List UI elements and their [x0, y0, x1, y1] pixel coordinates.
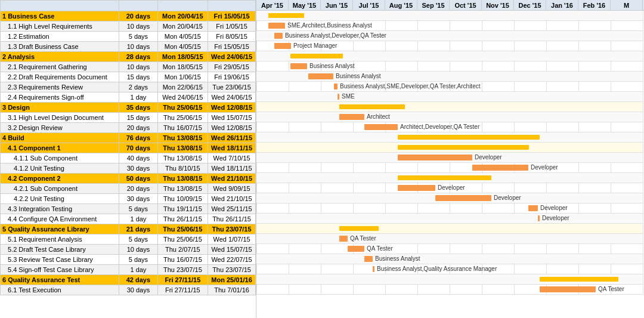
task-start: Thu 25/06/15 — [157, 234, 208, 245]
table-row: 1 Business Case 20 days Mon 20/04/15 Fri… — [1, 11, 256, 21]
bar-label: Developer — [531, 164, 558, 171]
task-name: 5 Quality Assurance Library — [1, 224, 119, 234]
task-duration: 10 days — [119, 42, 157, 52]
table-row: 4.2.2 Unit Testing 30 days Thu 10/09/15 … — [1, 194, 256, 204]
gantt-row — [256, 254, 643, 264]
time-col-header: Feb '16 — [578, 0, 611, 10]
task-name: 4.2.1 Sub Component — [1, 184, 119, 194]
task-duration: 20 days — [119, 184, 157, 194]
task-finish: Wed 24/06/15 — [208, 92, 256, 103]
table-row: 2.2 Draft Requirements Document 15 days … — [1, 72, 256, 82]
task-duration: 50 days — [119, 174, 157, 184]
time-col-header: Sep '15 — [417, 0, 450, 10]
gantt-bar — [398, 145, 529, 150]
task-duration: 70 days — [119, 143, 157, 153]
table-row: 6.1 Test Execution 30 days Fri 27/11/15 … — [1, 285, 256, 295]
time-col-header: Nov '15 — [482, 0, 514, 10]
task-start: Thu 25/06/15 — [157, 103, 208, 113]
task-start: Mon 18/05/15 — [157, 52, 208, 62]
bar-label: QA Tester — [598, 286, 624, 292]
table-row: 3 Design 35 days Thu 25/06/15 Wed 12/08/… — [1, 103, 256, 113]
bar-label: Business Analyst,SME,Developer,QA Tester… — [340, 83, 480, 89]
task-name: 1.2 Estimation — [1, 32, 119, 42]
table-row: 3.2 Design Review 20 days Thu 16/07/15 W… — [1, 123, 256, 133]
task-finish: Thu 23/07/15 — [208, 265, 256, 275]
table-row: 1.1 High Level Requirements 10 days Mon … — [1, 21, 256, 32]
task-duration: 40 days — [119, 153, 157, 163]
task-duration: 5 days — [119, 32, 157, 42]
gantt-bar — [339, 236, 348, 242]
task-name: 1.1 High Level Requirements — [1, 21, 119, 32]
task-start: Wed 24/06/15 — [157, 92, 208, 103]
gantt-bar — [398, 185, 435, 191]
task-duration: 21 days — [119, 224, 157, 234]
task-start: Mon 1/06/15 — [157, 72, 208, 82]
task-finish: Wed 25/11/15 — [208, 204, 256, 214]
task-finish: Wed 21/10/15 — [208, 194, 256, 204]
gantt-row — [256, 102, 643, 112]
time-col-header: Dec '15 — [514, 0, 546, 10]
task-start: Thu 13/08/15 — [157, 143, 208, 153]
bar-label: Developer — [494, 194, 521, 201]
gantt-row — [256, 224, 643, 234]
task-duration: 1 day — [119, 265, 157, 275]
task-duration: 1 day — [119, 92, 157, 103]
task-finish: Fri 8/05/15 — [208, 32, 256, 42]
task-duration: 2 days — [119, 82, 157, 92]
gantt-bar — [348, 246, 364, 252]
task-duration: 5 days — [119, 234, 157, 245]
table-row: 5.3 Review Test Case Library 5 days Thu … — [1, 255, 256, 265]
gantt-bar — [339, 104, 405, 109]
task-duration: 15 days — [119, 72, 157, 82]
gantt-bar — [435, 195, 491, 201]
bar-label: Business Analyst,Quality Assurance Manag… — [377, 265, 497, 272]
bar-label: Architect,Developer,QA Tester — [400, 124, 479, 130]
time-col-header: Jun '15 — [321, 0, 353, 10]
task-duration: 5 days — [119, 255, 157, 265]
task-name: 1 Business Case — [1, 11, 119, 21]
task-name: 2.4 Requirements Sign-off — [1, 92, 119, 103]
task-start: Thu 16/07/15 — [157, 123, 208, 133]
gantt-row — [256, 163, 643, 173]
gantt-bar — [268, 23, 285, 29]
gantt-body: SME,Architect,Business AnalystBusiness A… — [256, 11, 644, 295]
task-start: Mon 18/05/15 — [157, 62, 208, 72]
task-name: 5.4 Sign-off Test Case Library — [1, 265, 119, 275]
task-name: 2.2 Draft Requirements Document — [1, 72, 119, 82]
table-row: 2.1 Requirement Gathering 10 days Mon 18… — [1, 62, 256, 72]
gantt-bar — [338, 94, 339, 100]
task-duration: 30 days — [119, 163, 157, 174]
table-row: 5.4 Sign-off Test Case Library 1 day Thu… — [1, 265, 256, 275]
task-finish: Wed 26/11/15 — [208, 133, 256, 143]
task-name: 4.4 Configure QA Environment — [1, 214, 119, 224]
task-start: Thu 2/07/15 — [157, 245, 208, 255]
gantt-container: 1 Business Case 20 days Mon 20/04/15 Fri… — [0, 0, 644, 318]
gantt-bar — [364, 124, 398, 130]
time-col-header: Oct '15 — [450, 0, 482, 10]
bar-label: Business Analyst,Developer,QA Tester — [285, 32, 386, 39]
task-finish: Fri 19/06/15 — [208, 72, 256, 82]
task-duration: 76 days — [119, 133, 157, 143]
gantt-row — [256, 203, 643, 214]
bar-label: Architect — [367, 113, 390, 120]
task-name: 6 Quality Assurance Test — [1, 275, 119, 285]
task-name: 6.1 Test Execution — [1, 285, 119, 295]
task-finish: Wed 18/11/15 — [208, 143, 256, 153]
task-name: 4.3 Integration Testing — [1, 204, 119, 214]
gantt-bar — [290, 63, 307, 69]
task-name: 1.3 Draft Business Case — [1, 42, 119, 52]
col-header-task — [1, 1, 119, 11]
task-name: 4.2.2 Unit Testing — [1, 194, 119, 204]
bar-label: QA Tester — [367, 245, 393, 252]
gantt-rows: SME,Architect,Business AnalystBusiness A… — [256, 11, 644, 295]
gantt-bar — [334, 84, 338, 89]
task-finish: Wed 15/07/15 — [208, 245, 256, 255]
gantt-chart: Apr '15May '15Jun '15Jul '15Aug '15Sep '… — [256, 0, 644, 318]
gantt-bar — [274, 33, 283, 39]
task-finish: Thu 7/01/16 — [208, 285, 256, 295]
col-header-duration — [119, 1, 157, 11]
gantt-bar — [364, 256, 373, 262]
task-start: Thu 23/07/15 — [157, 265, 208, 275]
task-finish: Wed 21/10/15 — [208, 174, 256, 184]
bar-label: SME — [342, 93, 355, 100]
